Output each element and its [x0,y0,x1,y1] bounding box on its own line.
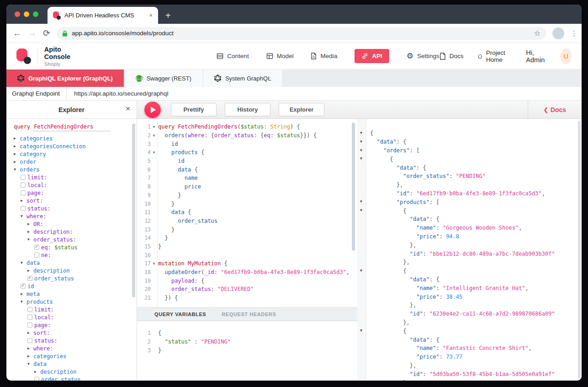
tree-item-order_status[interactable]: order_status [14,376,137,381]
editor-line[interactable]: 13 } [137,225,357,234]
collapse-icon[interactable]: ▼ [21,300,26,304]
api-tab-swagger-rest-[interactable]: {…}Swagger (REST) [125,70,202,87]
maximize-window-button[interactable] [33,11,38,17]
tree-item-eq[interactable]: eq: $status [14,243,137,251]
tree-item-category[interactable]: ▶category [14,150,137,158]
nav-item-settings[interactable]: ⚙Settings [407,52,440,60]
nav-item-media[interactable]: Media [311,53,337,59]
back-icon[interactable]: ← [13,29,21,38]
tree-item-meta[interactable]: ▶meta [14,290,137,298]
tree-item-data[interactable]: ▼data [14,259,137,267]
expand-icon[interactable]: ▶ [14,152,20,156]
execute-query-button[interactable] [144,102,161,118]
expand-icon[interactable]: ▶ [27,354,33,358]
explorer-button[interactable]: Explorer [279,103,324,116]
editor-line[interactable]: 12 order_status [137,217,357,226]
editor-line[interactable]: 5 id [137,157,357,166]
api-tab-system-graphql[interactable]: System GraphQL [203,70,282,87]
history-button[interactable]: History [225,103,270,116]
editor-line[interactable]: 3 id [137,140,357,148]
tree-item-categoriesConnection[interactable]: ▶categoriesConnection [14,142,137,150]
tree-item-order_status[interactable]: order_status [14,274,137,282]
variables-line[interactable]: 1{ [137,328,357,337]
editor-line[interactable]: 19 payload: { [137,276,357,285]
editor-line[interactable]: 18 updateOrder(_id: "6ed17fb9-b0ba-4fe3-… [137,268,357,277]
tree-item-categories[interactable]: ▶categories [14,134,137,142]
expand-icon[interactable]: ▶ [27,346,33,350]
reload-icon[interactable]: ⟳ [43,29,50,38]
query-editor[interactable]: 1▼query FetchPendingOrders($status: Stri… [137,119,357,307]
tree-item-local[interactable]: local: [14,181,137,189]
forward-icon[interactable]: → [28,29,37,38]
editor-line[interactable]: 1▼query FetchPendingOrders($status: Stri… [137,123,357,131]
variables-line[interactable]: 2 "status" : "PENDING" [137,337,357,346]
collapse-icon[interactable]: ▼ [360,148,362,152]
fold-icon[interactable]: ▼ [151,134,157,138]
collapse-icon[interactable]: ▼ [360,199,362,204]
checkbox-unchecked[interactable] [21,175,26,180]
collapse-icon[interactable]: ▼ [27,237,33,242]
tree-item-order[interactable]: ▶order [14,158,137,166]
expand-icon[interactable]: ▶ [27,230,33,234]
checkbox-unchecked[interactable] [21,190,26,195]
nav-item-api[interactable]: API [355,49,389,63]
expand-icon[interactable]: ▶ [27,222,33,226]
checkbox-checked[interactable] [34,245,39,250]
editor-line[interactable]: 17▼mutation MyMutation { [137,259,357,268]
expand-icon[interactable]: ▶ [14,136,20,140]
editor-line[interactable]: 8 price [137,183,357,191]
editor-line[interactable]: 6 data { [137,165,357,174]
query-name-input[interactable]: FetchPendingOrders [33,124,111,131]
response-scrollbar[interactable] [578,121,581,379]
fold-icon[interactable]: ▼ [151,125,157,129]
tree-item-description[interactable]: ▶description [14,267,137,274]
editor-line[interactable]: 20 order_status: "DELIVERED" [137,285,357,294]
close-tab-icon[interactable]: × [149,12,153,19]
collapse-icon[interactable]: ▼ [14,167,20,172]
tree-item-ne[interactable]: ne: [14,251,137,259]
expand-icon[interactable]: ▶ [27,331,33,335]
editor-line[interactable]: 9 } [137,191,357,200]
variables-editor[interactable]: 1{2 "status" : "PENDING"3} [137,321,357,381]
bookmark-star-icon[interactable]: ☆ [534,29,540,38]
user-avatar[interactable]: U [560,48,572,64]
tree-item-orders[interactable]: ▼orders [14,166,137,173]
tree-item-data[interactable]: ▼data [14,360,137,368]
sidebar-scrollbar[interactable] [132,124,135,297]
collapse-icon[interactable]: ▼ [21,261,26,265]
collapse-icon[interactable]: ▼ [360,328,362,333]
checkbox-unchecked[interactable] [21,206,26,211]
fold-icon[interactable]: ▼ [151,262,157,266]
tree-item-categories[interactable]: ▶categories [14,352,137,360]
editor-line[interactable]: 11 data { [137,208,357,217]
checkbox-checked[interactable] [21,284,26,289]
endpoint-url[interactable]: https://api.apito.io/secured/graphql [67,90,168,97]
collapse-icon[interactable]: ▼ [27,362,33,366]
tree-item-limit[interactable]: limit: [14,306,137,313]
close-explorer-icon[interactable]: × [126,104,130,113]
editor-line[interactable]: 16 [137,251,357,259]
browser-tab[interactable]: API Driven Headless CMS × [48,7,158,24]
api-tab-graphiql-explorer-graphql-[interactable]: GraphiQL Explorer (GraphQL) [6,70,124,87]
collapse-icon[interactable]: ▼ [360,269,362,273]
minimize-window-button[interactable] [24,11,29,17]
editor-line[interactable]: 10 } [137,199,357,208]
collapse-icon[interactable]: ▼ [360,156,362,161]
tree-item-OR[interactable]: ▶OR: [14,220,137,228]
tree-item-page[interactable]: page: [14,321,137,329]
editor-line[interactable]: 4▼ products { [137,148,357,157]
checkbox-unchecked[interactable] [27,322,32,328]
tree-item-description[interactable]: ▶description: [14,228,137,236]
tree-item-sort[interactable]: ▶sort: [14,329,137,337]
expand-icon[interactable]: ▶ [21,199,26,203]
checkbox-unchecked[interactable] [34,253,39,258]
tree-item-local[interactable]: local: [14,313,137,321]
tab-query-variables[interactable]: QUERY VARIABLES [154,312,206,317]
editor-line[interactable]: 2▼ orders(where: {order_status: {eq: $st… [137,131,357,140]
tree-item-page[interactable]: page: [14,189,137,197]
tree-item-status[interactable]: status: [14,337,137,344]
variables-line[interactable]: 3} [137,346,357,355]
tree-item-sort[interactable]: ▶sort: [14,197,137,204]
fold-icon[interactable]: ▼ [151,150,157,155]
checkbox-unchecked[interactable] [27,307,32,312]
